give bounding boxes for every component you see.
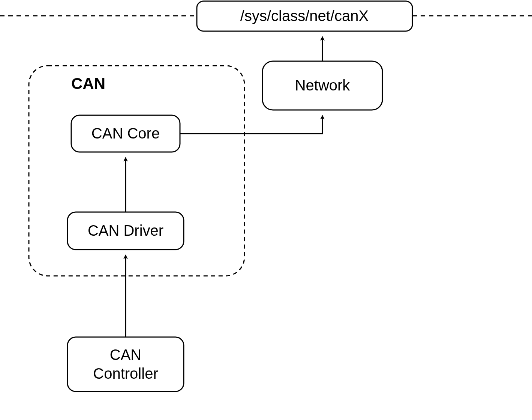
diagram-canvas: /sys/class/net/canX Network CAN CAN Core… bbox=[0, 0, 532, 420]
can-controller-box: CAN Controller bbox=[67, 337, 184, 391]
can-driver-box: CAN Driver bbox=[67, 212, 184, 250]
network-label: Network bbox=[295, 77, 351, 93]
can-core-label: CAN Core bbox=[91, 125, 160, 142]
svg-rect-5 bbox=[67, 337, 184, 391]
sysfs-label: /sys/class/net/canX bbox=[240, 8, 369, 24]
can-controller-label-line2: Controller bbox=[93, 365, 158, 382]
sysfs-box: /sys/class/net/canX bbox=[197, 1, 412, 31]
network-box: Network bbox=[262, 61, 382, 110]
arrow-core-to-network bbox=[180, 116, 322, 134]
can-controller-label-line1: CAN bbox=[110, 346, 141, 363]
can-driver-label: CAN Driver bbox=[88, 222, 163, 239]
can-core-box: CAN Core bbox=[71, 115, 180, 152]
can-group-label: CAN bbox=[71, 75, 105, 92]
